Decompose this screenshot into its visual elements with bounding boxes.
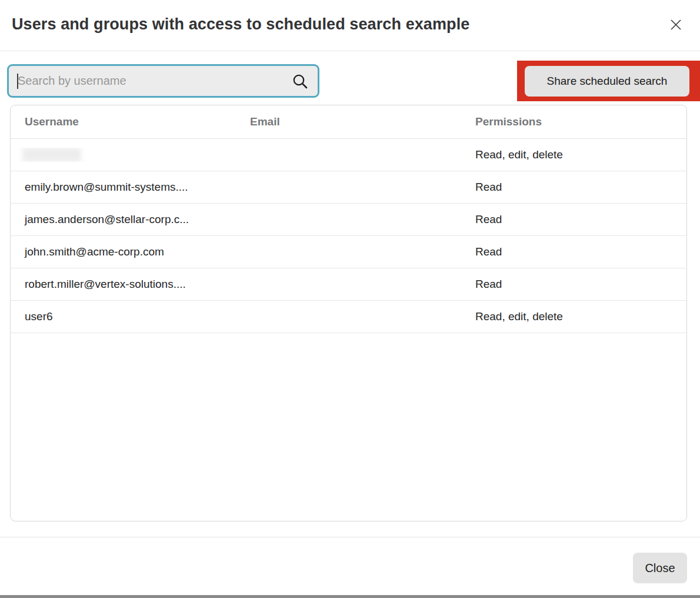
permissions-cell: Read <box>461 213 686 226</box>
permissions-cell: Read <box>461 245 686 258</box>
table-row: emily.brown@summit-systems.... Read <box>11 171 686 204</box>
access-table: Username Email Permissions Read, edit, d… <box>10 105 687 521</box>
table-row: user6 Read, edit, delete <box>11 301 686 333</box>
x-icon <box>669 18 682 31</box>
permissions-cell: Read <box>461 181 686 194</box>
username-cell: robert.miller@vertex-solutions.... <box>11 278 236 291</box>
table-row: john.smith@acme-corp.com Read <box>11 236 686 268</box>
column-header-email: Email <box>236 115 461 128</box>
permissions-cell: Read, edit, delete <box>461 148 686 161</box>
redacted-username <box>22 148 81 162</box>
dialog-footer: Close <box>0 537 700 595</box>
window-bottom-edge <box>0 595 700 598</box>
dialog-title: Users and groups with access to schedule… <box>12 15 469 34</box>
table-row: robert.miller@vertex-solutions.... Read <box>11 268 686 301</box>
search-input[interactable] <box>9 66 318 96</box>
username-cell: john.smith@acme-corp.com <box>11 245 236 258</box>
table-row: Read, edit, delete <box>11 139 686 171</box>
table-body: Read, edit, delete emily.brown@summit-sy… <box>11 139 686 333</box>
table-row: james.anderson@stellar-corp.c... Read <box>11 204 686 236</box>
username-cell: emily.brown@summit-systems.... <box>11 181 236 194</box>
username-cell: james.anderson@stellar-corp.c... <box>11 213 236 226</box>
username-cell <box>11 148 236 162</box>
share-scheduled-search-button[interactable]: Share scheduled search <box>525 66 689 97</box>
column-header-username: Username <box>11 115 236 128</box>
permissions-cell: Read, edit, delete <box>461 310 686 323</box>
close-button[interactable]: Close <box>633 553 687 583</box>
table-header-row: Username Email Permissions <box>11 105 686 139</box>
column-header-permissions: Permissions <box>461 115 686 128</box>
search-field[interactable] <box>7 64 319 98</box>
permissions-cell: Read <box>461 278 686 291</box>
dialog-header: Users and groups with access to schedule… <box>0 0 700 51</box>
share-access-dialog: Users and groups with access to schedule… <box>0 0 700 598</box>
dialog-toolbar: Share scheduled search <box>0 51 700 105</box>
close-icon[interactable] <box>668 17 684 32</box>
red-highlight-box: Share scheduled search <box>517 61 700 101</box>
username-cell: user6 <box>11 310 236 323</box>
